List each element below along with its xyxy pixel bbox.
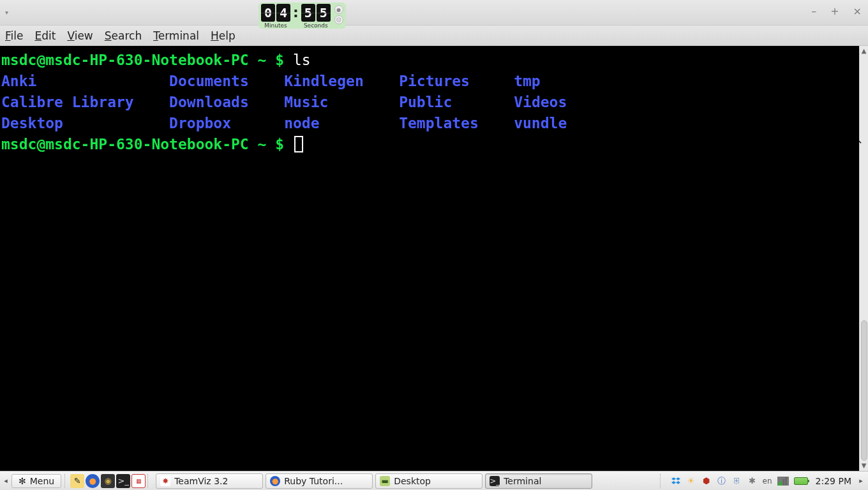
taskbar-right-arrow-icon[interactable]: ▸ <box>857 477 865 485</box>
start-menu-label: Menu <box>30 476 54 486</box>
task-terminal[interactable]: >_Terminal <box>485 473 592 489</box>
launcher-calendar-icon[interactable]: ▦ <box>131 474 146 488</box>
desk-task-icon: ▬ <box>380 476 390 486</box>
menu-help[interactable]: Help <box>211 29 236 42</box>
menu-view[interactable]: View <box>67 29 93 42</box>
mouse-cursor-icon: ↖ <box>855 134 863 146</box>
keyboard-layout-indicator[interactable]: en <box>763 477 772 486</box>
menu-search[interactable]: Search <box>105 29 142 42</box>
timer-second-digit: 5 <box>301 4 315 22</box>
window-titlebar: ▾ 0 4 Minutes : 5 5 Seconds ● ☺ Terminal… <box>0 0 868 26</box>
task-label: Ruby Tutori... <box>284 476 343 486</box>
timer-second-digit: 5 <box>317 4 331 22</box>
timer-control-icon[interactable]: ● <box>334 5 343 14</box>
scroll-up-icon[interactable]: ▲ <box>862 47 867 55</box>
taskbar-left-arrow-icon[interactable]: ◂ <box>1 477 10 485</box>
task-label: Desktop <box>394 476 431 486</box>
updates-tray-icon[interactable]: ⓘ <box>717 476 727 486</box>
gear-icon: ✻ <box>19 476 26 486</box>
window-maximize-button[interactable]: + <box>830 5 839 17</box>
tv-task-icon: ✸ <box>160 476 170 486</box>
launcher-terminal-icon[interactable]: >_ <box>116 474 130 488</box>
ff-task-icon: ● <box>270 476 280 486</box>
launcher-notes-icon[interactable]: ✎ <box>70 474 84 488</box>
taskbar-tasks: ✸TeamViz 3.2●Ruby Tutori...▬Desktop>_Ter… <box>156 473 592 489</box>
window-minimize-button[interactable]: – <box>811 5 816 17</box>
bluetooth-tray-icon[interactable]: ✱ <box>747 476 758 486</box>
timer-widget[interactable]: 0 4 Minutes : 5 5 Seconds ● ☺ <box>258 3 346 29</box>
launcher-media-icon[interactable]: ◉ <box>101 474 115 488</box>
menu-terminal[interactable]: Terminal <box>153 29 199 42</box>
app-menu-arrow-icon[interactable]: ▾ <box>5 9 8 16</box>
network-signal-icon[interactable] <box>777 477 789 486</box>
task-desktop[interactable]: ▬Desktop <box>375 473 483 489</box>
taskbar-separator <box>64 474 68 488</box>
terminal-area: msdc@msdc-HP-630-Notebook-PC ~ $ ls Anki… <box>0 46 868 471</box>
timer-minute-digit: 0 <box>261 4 275 22</box>
timer-seconds: 5 5 Seconds <box>301 4 331 29</box>
battery-icon[interactable] <box>794 477 808 485</box>
terminal-output[interactable]: msdc@msdc-HP-630-Notebook-PC ~ $ ls Anki… <box>0 46 859 471</box>
quick-launch: ✎ ● ◉ >_ ▦ <box>70 474 146 488</box>
timer-minute-digit: 4 <box>276 4 290 22</box>
weather-tray-icon[interactable]: ☀ <box>686 476 696 486</box>
timer-minutes-label: Minutes <box>264 22 287 29</box>
task-label: TeamViz 3.2 <box>174 476 228 486</box>
task-label: Terminal <box>504 476 541 486</box>
taskbar-separator <box>660 474 664 488</box>
menubar: FileEditViewSearchTerminalHelp <box>0 26 868 46</box>
task-ruby-tutori-[interactable]: ●Ruby Tutori... <box>266 473 373 489</box>
taskbar-clock[interactable]: 2:29 PM <box>816 476 851 486</box>
dropbox-tray-icon[interactable] <box>671 476 681 486</box>
menu-edit[interactable]: Edit <box>34 29 56 42</box>
timer-minutes: 0 4 Minutes <box>261 4 290 29</box>
scrollbar[interactable]: ▲ ▼ <box>859 46 868 471</box>
shield-red-tray-icon[interactable]: ⬢ <box>701 476 712 486</box>
scroll-down-icon[interactable]: ▼ <box>862 462 867 470</box>
taskbar-separator <box>147 474 151 488</box>
scroll-thumb[interactable] <box>861 320 867 461</box>
taskbar: ◂ ✻ Menu ✎ ● ◉ >_ ▦ ✸TeamViz 3.2●Ruby Tu… <box>0 471 868 490</box>
start-menu-button[interactable]: ✻ Menu <box>11 474 61 488</box>
menu-file[interactable]: File <box>5 29 23 42</box>
system-tray: ☀ ⬢ ⓘ ⛨ ✱ en 2:29 PM ▸ <box>658 474 867 488</box>
term-task-icon: >_ <box>490 476 500 486</box>
timer-face-icon[interactable]: ☺ <box>334 15 343 24</box>
task-teamviz-3-2[interactable]: ✸TeamViz 3.2 <box>156 473 263 489</box>
timer-seconds-label: Seconds <box>304 22 328 29</box>
window-close-button[interactable]: × <box>853 5 862 17</box>
launcher-firefox-icon[interactable]: ● <box>86 474 100 488</box>
timer-colon: : <box>290 4 301 22</box>
shield-tray-icon[interactable]: ⛨ <box>732 476 742 486</box>
